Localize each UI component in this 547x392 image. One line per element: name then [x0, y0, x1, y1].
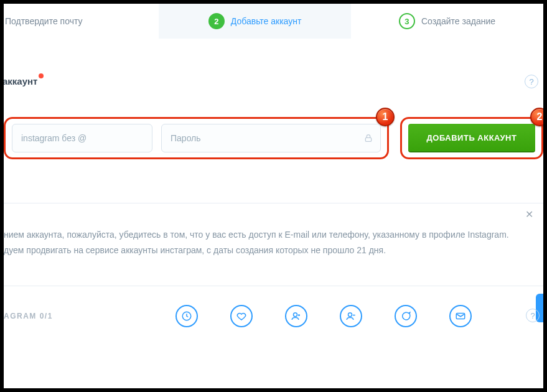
step-add-account[interactable]: 2 Добавьте аккаунт: [159, 4, 351, 39]
step-label: Создайте задание: [421, 16, 495, 26]
mail-icon[interactable]: [449, 305, 472, 327]
close-icon[interactable]: ✕: [525, 206, 533, 224]
divider: [4, 286, 543, 286]
step-confirm-email[interactable]: Подтвердите почту: [4, 4, 159, 39]
svg-point-2: [294, 313, 297, 317]
comment-icon[interactable]: [395, 305, 417, 327]
help-icon[interactable]: ?: [525, 75, 538, 88]
user-remove-icon[interactable]: [340, 305, 362, 327]
instagram-password-input[interactable]: [161, 124, 381, 152]
step-label: Подтвердите почту: [5, 16, 83, 26]
footer-counter: AGRAM 0/1: [4, 312, 53, 320]
footer-bar: AGRAM 0/1 ?: [4, 299, 543, 334]
add-account-button[interactable]: ДОБАВИТЬ АККАУНТ: [408, 124, 535, 152]
step-number-icon: 2: [208, 13, 225, 29]
attention-dot-icon: [39, 73, 44, 78]
instagram-login-input[interactable]: [12, 124, 152, 152]
credentials-group: 1: [4, 117, 389, 159]
step-number-icon: 3: [399, 13, 415, 29]
onboarding-stepper: Подтвердите почту 2 Добавьте аккаунт 3 С…: [4, 4, 543, 39]
svg-point-3: [348, 313, 352, 317]
step-label: Добавьте аккаунт: [231, 16, 302, 26]
svg-rect-0: [365, 138, 371, 141]
step-create-task[interactable]: 3 Создайте задание: [351, 4, 543, 39]
clock-icon[interactable]: [175, 305, 198, 327]
notice-line: дуем продвигать на сервисе аккаунты инст…: [4, 243, 526, 258]
user-add-icon[interactable]: [285, 305, 307, 327]
add-account-group: 2 ДОБАВИТЬ АККАУНТ: [400, 117, 543, 159]
notice-line: нием аккаунта, пожалуйста, убедитесь в т…: [4, 227, 526, 243]
section-title: аккаунт: [4, 76, 37, 86]
info-notice: ✕ нием аккаунта, пожалуйста, убедитесь в…: [4, 203, 543, 264]
lock-icon: [363, 133, 373, 143]
heart-icon[interactable]: [230, 305, 253, 327]
